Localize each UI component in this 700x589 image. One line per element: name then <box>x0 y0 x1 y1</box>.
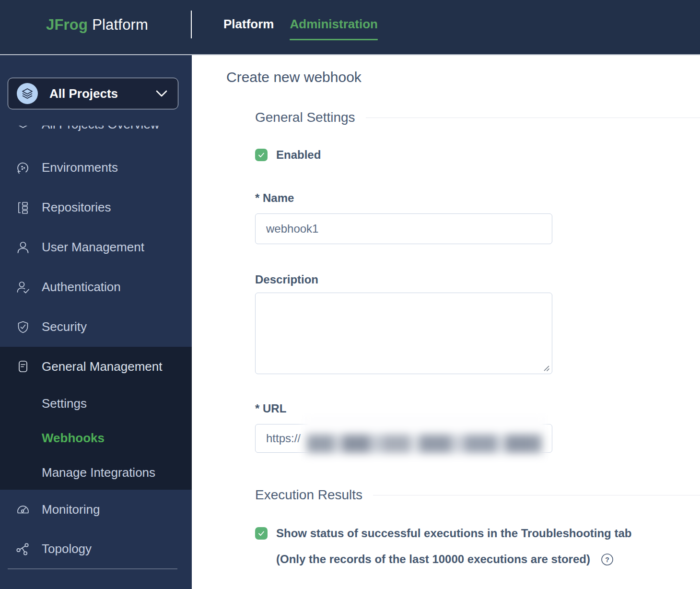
header-divider <box>191 11 192 38</box>
general-settings-section: General Settings <box>255 109 700 126</box>
sidebar-nav: Environments Repositories User Manag <box>0 148 192 347</box>
sidebar-item-general-management[interactable]: General Management <box>0 347 192 386</box>
topology-icon <box>16 542 30 556</box>
sidebar-item-settings[interactable]: Settings <box>0 386 192 421</box>
layers-icon <box>22 88 33 99</box>
sidebar-item-topology[interactable]: Topology <box>0 529 192 568</box>
section-title: Execution Results <box>255 487 362 503</box>
sidebar-item-label: Webhooks <box>42 431 105 446</box>
sidebar-item-webhooks[interactable]: Webhooks <box>0 421 192 455</box>
sidebar-item-label: Environments <box>42 160 118 175</box>
records-note-row: (Only the records of the last 10000 exec… <box>276 553 700 566</box>
sidebar-item-monitoring[interactable]: Monitoring <box>0 490 192 529</box>
sidebar-item-label: Settings <box>42 396 87 411</box>
sidebar-item-environments[interactable]: Environments <box>0 148 192 188</box>
logo-product: Platform <box>92 16 148 33</box>
repositories-icon <box>16 200 30 215</box>
logo-brand: JFrog <box>46 16 88 33</box>
check-icon <box>257 151 266 159</box>
sidebar-item-authentication[interactable]: Authentication <box>0 267 192 307</box>
help-icon[interactable]: ? <box>601 553 614 566</box>
shield-icon <box>16 320 30 334</box>
section-divider <box>366 118 700 118</box>
gauge-icon <box>16 502 30 517</box>
description-textarea[interactable] <box>255 293 552 374</box>
page-title: Create new webhook <box>226 69 700 86</box>
description-wrap <box>255 293 552 374</box>
check-icon <box>257 529 266 538</box>
chevron-down-icon <box>156 90 167 97</box>
section-divider <box>373 495 700 495</box>
header-tabs: Platform Administration <box>223 16 378 40</box>
sidebar-item-label: Topology <box>42 542 92 556</box>
sidebar-item-label: Security <box>42 319 87 334</box>
project-selector[interactable]: All Projects <box>8 78 178 109</box>
sidebar-item-security[interactable]: Security <box>0 307 192 347</box>
show-status-checkbox[interactable] <box>255 527 268 540</box>
admin-sidebar: All Projects All Projects Overview <box>0 55 192 589</box>
records-note: (Only the records of the last 10000 exec… <box>276 553 590 566</box>
all-projects-icon <box>17 83 38 104</box>
show-status-row: Show status of successful executions in … <box>255 527 700 540</box>
sidebar-item-label: User Management <box>42 240 144 255</box>
tab-administration[interactable]: Administration <box>290 16 377 40</box>
sidebar-group-general-management: General Management Settings Webhooks Man… <box>0 347 192 490</box>
overview-icon <box>16 126 30 132</box>
url-wrap <box>255 424 552 453</box>
sidebar-item-user-management[interactable]: User Management <box>0 227 192 267</box>
sidebar-scroll-clip: All Projects Overview <box>0 126 192 142</box>
section-title: General Settings <box>255 110 355 125</box>
enabled-row: Enabled <box>255 148 700 162</box>
sidebar-item-repositories[interactable]: Repositories <box>0 188 192 227</box>
authentication-icon <box>16 280 30 294</box>
url-input[interactable] <box>255 424 552 453</box>
sidebar-item-label: Monitoring <box>42 502 100 517</box>
sidebar-item-label: Authentication <box>42 280 121 294</box>
tab-platform[interactable]: Platform <box>223 16 274 40</box>
user-icon <box>16 240 30 255</box>
enabled-label: Enabled <box>276 148 321 162</box>
name-input[interactable] <box>255 213 552 244</box>
url-label: * URL <box>255 402 700 415</box>
sidebar-item-label: All Projects Overview <box>42 126 160 132</box>
jfrog-logo: JFrogPlatform <box>46 16 148 34</box>
enabled-checkbox[interactable] <box>255 149 268 161</box>
project-selector-label: All Projects <box>49 86 118 101</box>
show-status-label: Show status of successful executions in … <box>276 527 631 540</box>
environments-icon <box>16 161 30 175</box>
sidebar-item-manage-integrations[interactable]: Manage Integrations <box>0 455 192 490</box>
sidebar-item-label: General Management <box>42 359 162 374</box>
execution-results-section: Execution Results <box>255 486 700 504</box>
sidebar-item-all-projects-overview[interactable]: All Projects Overview <box>0 126 192 142</box>
svg-text:?: ? <box>605 555 609 563</box>
sidebar-item-label: Repositories <box>42 200 111 215</box>
name-label: * Name <box>255 191 700 205</box>
app-header: JFrogPlatform Platform Administration <box>0 0 700 55</box>
sidebar-item-label: Manage Integrations <box>42 465 155 480</box>
main-content: Create new webhook General Settings Enab… <box>192 55 700 589</box>
document-icon <box>16 359 30 374</box>
description-label: Description <box>255 273 700 286</box>
sidebar-divider <box>8 568 177 569</box>
webhook-form: General Settings Enabled * Name Descript… <box>255 109 700 566</box>
